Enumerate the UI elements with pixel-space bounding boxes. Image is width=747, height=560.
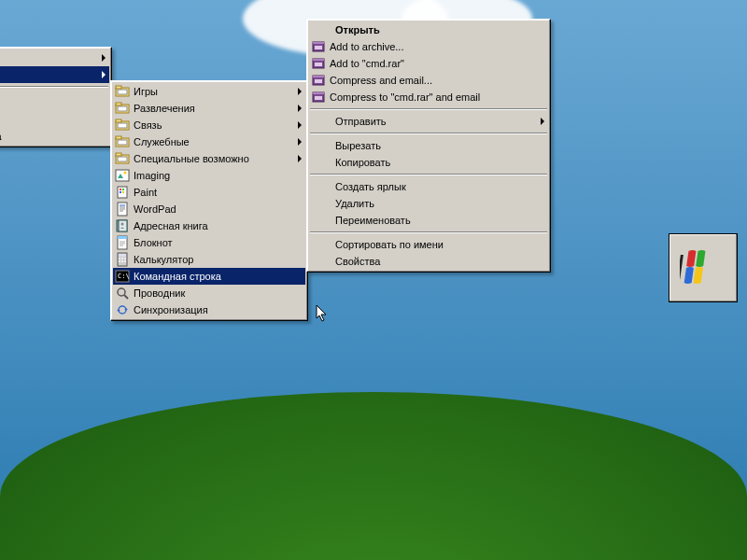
menu-item-label: Развлечения [134, 103, 195, 114]
menu-item-windows-media[interactable]: ows Media [0, 128, 109, 145]
menu-item-label: Сортировать по имени [335, 239, 444, 250]
context-create-shortcut[interactable]: Создать ярлык [309, 178, 548, 195]
submenu-arrow-icon [102, 71, 106, 78]
svg-marker-48 [124, 308, 128, 310]
rar-icon [311, 90, 326, 105]
submenu-level-1: ows Media [0, 47, 112, 147]
submenu-arrow-icon [298, 121, 302, 129]
submenu-arrow-icon [298, 155, 302, 162]
menu-separator [310, 108, 547, 110]
menu-item-label: Вырезать [335, 140, 381, 151]
svg-rect-40 [124, 258, 126, 259]
context-menu: Открыть Add to archive... Add to "cmd.ra… [306, 19, 551, 273]
svg-rect-15 [116, 170, 129, 181]
menu-item-synchronize[interactable]: Синхронизация [113, 301, 305, 318]
menu-item-wordpad[interactable]: WordPad [113, 201, 305, 217]
menu-item-label: Paint [134, 187, 157, 198]
context-copy[interactable]: Копировать [309, 154, 548, 171]
svg-rect-22 [122, 191, 124, 193]
menu-item-calculator[interactable]: Калькулятор [113, 251, 305, 268]
wordpad-icon [115, 202, 130, 217]
menu-item-accessibility[interactable]: Специальные возможно [113, 150, 305, 167]
context-open[interactable]: Открыть [309, 21, 548, 38]
windows-logo-icon[interactable] [669, 233, 738, 302]
address-book-icon [115, 218, 130, 233]
menu-item[interactable] [0, 66, 109, 83]
menu-item-label: Командная строка [134, 271, 221, 282]
svg-rect-51 [313, 42, 324, 44]
svg-rect-4 [116, 103, 121, 105]
svg-rect-2 [118, 90, 127, 94]
submenu-arrow-icon [298, 88, 302, 95]
svg-marker-63 [317, 305, 326, 321]
rar-icon [311, 39, 326, 54]
menu-item-label: Отправить [335, 116, 387, 127]
svg-rect-20 [122, 189, 124, 190]
submenu-arrow-icon [298, 105, 302, 112]
menu-item-label: Игры [134, 86, 158, 97]
menu-item-label: ows Media [0, 131, 2, 142]
svg-rect-54 [313, 59, 324, 61]
svg-rect-13 [116, 153, 121, 156]
svg-rect-58 [315, 79, 322, 83]
menu-item-label: Калькулятор [134, 254, 193, 265]
menu-item-label: Открыть [335, 24, 380, 35]
paint-icon [115, 185, 130, 200]
svg-rect-1 [116, 86, 121, 89]
svg-rect-14 [118, 157, 127, 161]
menu-item-entertainment[interactable]: Развлечения [113, 100, 305, 117]
svg-rect-41 [119, 260, 120, 262]
menu-item-games[interactable]: Игры [113, 83, 305, 100]
menu-item-label: Адресная книга [134, 220, 208, 231]
menu-item-notepad[interactable]: Блокнот [113, 234, 305, 251]
sync-icon [115, 302, 130, 317]
svg-rect-19 [120, 189, 121, 190]
menu-item-label: Синхронизация [134, 304, 208, 315]
menu-item-paint[interactable]: Paint [113, 184, 305, 201]
menu-item-label: Проводник [134, 287, 185, 299]
menu-item-label: Блокнот [134, 237, 173, 248]
context-add-to-cmdrar[interactable]: Add to "cmd.rar" [309, 55, 548, 72]
submenu-arrow-icon [102, 54, 106, 62]
context-send-to[interactable]: Отправить [309, 113, 548, 130]
folder-icon [115, 101, 130, 116]
svg-rect-52 [315, 46, 322, 49]
folder-icon [115, 151, 130, 166]
context-rename[interactable]: Переименовать [309, 212, 548, 229]
submenu-arrow-icon [298, 138, 302, 146]
svg-line-47 [124, 295, 128, 299]
menu-separator [310, 133, 547, 134]
cmd-icon: C:\ [115, 269, 130, 284]
menu-separator [310, 174, 547, 175]
menu-item-explorer[interactable]: Проводник [113, 285, 305, 301]
svg-rect-5 [118, 106, 127, 111]
svg-marker-49 [117, 310, 120, 312]
menu-item-communications[interactable]: Связь [113, 117, 305, 133]
menu-item-address-book[interactable]: Адресная книга [113, 217, 305, 234]
menu-item-label: Свойства [335, 256, 380, 267]
context-properties[interactable]: Свойства [309, 253, 548, 270]
menu-item-command-prompt[interactable]: C:\ Командная строка [113, 268, 305, 285]
menu-item-imaging[interactable]: Imaging [113, 167, 305, 184]
calculator-icon [115, 252, 130, 267]
svg-rect-42 [121, 260, 123, 262]
menu-item[interactable] [0, 49, 109, 66]
folder-icon [115, 84, 130, 99]
context-add-to-archive[interactable]: Add to archive... [309, 38, 548, 55]
svg-rect-38 [119, 258, 120, 259]
svg-rect-10 [116, 136, 121, 139]
folder-icon [115, 134, 130, 149]
svg-rect-7 [116, 119, 121, 122]
context-sort-by-name[interactable]: Сортировать по имени [309, 236, 548, 253]
menu-item-system-tools[interactable]: Служебные [113, 133, 305, 150]
context-compress-cmdrar-email[interactable]: Compress to "cmd.rar" and email [309, 89, 548, 105]
svg-rect-55 [315, 63, 322, 66]
folder-icon [115, 118, 130, 133]
context-compress-email[interactable]: Compress and email... [309, 72, 548, 89]
menu-separator [310, 231, 547, 233]
svg-point-30 [121, 223, 124, 226]
svg-point-17 [124, 172, 127, 175]
submenu-arrow-icon [541, 118, 544, 125]
context-delete[interactable]: Удалить [309, 195, 548, 212]
context-cut[interactable]: Вырезать [309, 137, 548, 154]
